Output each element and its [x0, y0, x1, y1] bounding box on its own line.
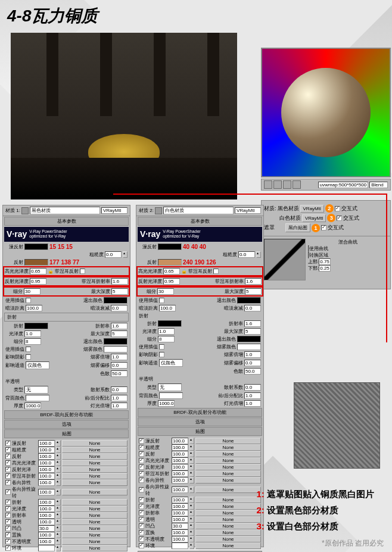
- map-amount-input[interactable]: 100.0: [38, 466, 55, 473]
- scatter-input[interactable]: 0.0: [244, 384, 261, 391]
- spinner-icon[interactable]: ▴: [56, 447, 61, 453]
- fog-swatch[interactable]: [104, 346, 127, 353]
- reflect-swatch[interactable]: [24, 259, 48, 266]
- spinner-icon[interactable]: ▴: [56, 460, 61, 466]
- map-checkbox[interactable]: [5, 545, 11, 551]
- spinner-icon[interactable]: ▴: [56, 453, 61, 460]
- section-maps[interactable]: 贴图: [4, 429, 129, 438]
- upper-input[interactable]: 0.75: [319, 258, 331, 265]
- map-checkbox[interactable]: [5, 489, 11, 495]
- section-maps[interactable]: 贴图: [138, 427, 262, 436]
- map-checkbox[interactable]: [5, 473, 11, 479]
- map-amount-input[interactable]: 100.0: [38, 489, 55, 495]
- mat-dropdown[interactable]: 白色材质: [163, 207, 234, 214]
- map-slot-button[interactable]: None: [62, 460, 127, 466]
- spinner-icon[interactable]: ▴: [56, 525, 61, 532]
- map-checkbox[interactable]: [139, 510, 144, 516]
- tool-icon[interactable]: [293, 180, 301, 189]
- map-amount-input[interactable]: 100.0: [38, 440, 55, 447]
- dimfall-input[interactable]: 0.0: [244, 305, 261, 311]
- spinner-icon[interactable]: ▴: [56, 479, 61, 486]
- light-input[interactable]: 1.0: [111, 403, 127, 409]
- map-amount-input[interactable]: 100.0: [172, 457, 188, 464]
- checkbox[interactable]: [26, 354, 31, 360]
- disp-input[interactable]: 50.0: [244, 368, 261, 375]
- checkbox[interactable]: [308, 252, 309, 258]
- fogmul-input[interactable]: 1.0: [244, 351, 261, 358]
- map-amount-input[interactable]: 100.0: [172, 529, 188, 536]
- map-slot-button[interactable]: None: [195, 510, 261, 516]
- map-slot-button[interactable]: None: [195, 470, 261, 477]
- type-dropdown[interactable]: 无: [24, 386, 48, 394]
- section-options[interactable]: 选项: [138, 417, 262, 426]
- map-checkbox[interactable]: [139, 523, 144, 529]
- map-checkbox[interactable]: [139, 471, 144, 476]
- map-amount-input[interactable]: 100.0: [172, 444, 188, 451]
- roughness-input[interactable]: 0.0: [105, 251, 122, 258]
- tool-icon[interactable]: [273, 180, 282, 189]
- fwd-input[interactable]: 1.0: [244, 392, 261, 399]
- picker-icon[interactable]: [155, 207, 162, 214]
- picker-icon[interactable]: [21, 207, 29, 214]
- spinner-icon[interactable]: ▴: [189, 510, 194, 516]
- map-amount-input[interactable]: 100.0: [38, 460, 55, 466]
- mat-dropdown[interactable]: 黑色材质: [30, 207, 100, 214]
- map-amount-input[interactable]: 100.0: [38, 538, 55, 545]
- map-checkbox[interactable]: [5, 532, 11, 538]
- rmaxd-input[interactable]: 5: [244, 328, 261, 335]
- spinner-icon[interactable]: ▴: [189, 523, 194, 529]
- map-checkbox[interactable]: [5, 506, 11, 512]
- dimdist-input[interactable]: 100.0: [26, 305, 42, 311]
- map-slot-button[interactable]: None: [62, 453, 127, 460]
- checkbox[interactable]: [80, 269, 85, 274]
- section-options[interactable]: 选项: [4, 420, 129, 429]
- checkbox[interactable]: [335, 206, 340, 211]
- mat2-button[interactable]: VRayMtl: [302, 214, 326, 222]
- disp-input[interactable]: 50.0: [111, 370, 127, 377]
- map-checkbox[interactable]: [5, 513, 11, 518]
- map-amount-input[interactable]: 100.0: [172, 536, 188, 542]
- map-checkbox[interactable]: [5, 441, 11, 446]
- map-slot-button[interactable]: None: [62, 525, 127, 532]
- hilight-input[interactable]: 0.65: [163, 268, 180, 275]
- roughness-input[interactable]: 0.0: [238, 251, 255, 258]
- spinner-icon[interactable]: ▴: [56, 506, 61, 512]
- map-checkbox[interactable]: [139, 445, 144, 450]
- map-checkbox[interactable]: [139, 537, 144, 542]
- spinner-icon[interactable]: ▴: [56, 473, 61, 479]
- map-slot-button[interactable]: None: [195, 529, 261, 536]
- exit-swatch[interactable]: [104, 297, 127, 304]
- map-slot-button[interactable]: None: [62, 545, 127, 551]
- fogbias-input[interactable]: 0.0: [244, 360, 261, 366]
- map-amount-input[interactable]: 100.0: [38, 532, 55, 538]
- reflgloss-input[interactable]: 0.95: [30, 278, 46, 285]
- spinner-icon[interactable]: ▴: [56, 440, 61, 447]
- map-slot-button[interactable]: None: [195, 516, 261, 523]
- thick-input[interactable]: 1000.0: [158, 400, 175, 407]
- spinner-icon[interactable]: ▴: [189, 451, 194, 457]
- subdiv-input[interactable]: 30: [24, 288, 41, 295]
- fogbias-input[interactable]: 0.0: [111, 362, 127, 369]
- spinner-icon[interactable]: ▴: [189, 497, 194, 503]
- map-slot-button[interactable]: None: [62, 473, 127, 479]
- rexit-swatch[interactable]: [104, 338, 127, 345]
- map-amount-input[interactable]: 100.0: [172, 497, 188, 503]
- map-slot-button[interactable]: None: [62, 479, 127, 486]
- map-slot-button[interactable]: None: [195, 457, 261, 464]
- map-slot-button[interactable]: None: [62, 538, 127, 545]
- map-slot-button[interactable]: None: [195, 438, 261, 444]
- fogmul-input[interactable]: 1.0: [111, 354, 127, 360]
- map-amount-input[interactable]: 100.0: [38, 506, 55, 512]
- refract-swatch[interactable]: [158, 320, 182, 327]
- mask-button[interactable]: 黑白贴图: [285, 223, 310, 232]
- refr-ior-input[interactable]: 1.6: [244, 320, 261, 327]
- spinner-icon[interactable]: ▴: [189, 529, 194, 536]
- spinner-icon[interactable]: ▴: [56, 489, 61, 495]
- spinner-icon[interactable]: ▴: [123, 251, 127, 258]
- hilight-input[interactable]: 0.65: [30, 268, 46, 275]
- map-checkbox[interactable]: [139, 497, 144, 503]
- exit-swatch[interactable]: [237, 297, 261, 304]
- checkbox[interactable]: [337, 216, 342, 221]
- map-amount-input[interactable]: 100.0: [38, 499, 55, 506]
- curve-graph[interactable]: [264, 239, 306, 280]
